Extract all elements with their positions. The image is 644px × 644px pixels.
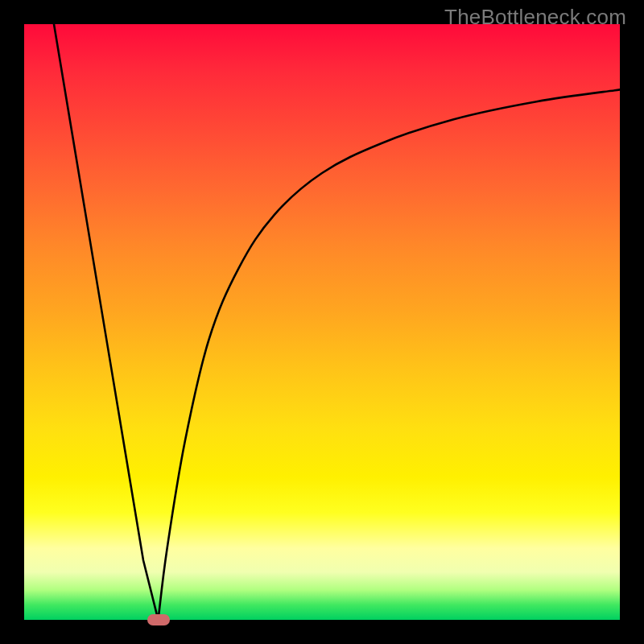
curve-left-branch bbox=[54, 24, 159, 620]
chart-frame: TheBottleneck.com bbox=[0, 0, 644, 644]
vertex-marker bbox=[147, 614, 170, 625]
curve-svg bbox=[24, 24, 620, 620]
curve-right-branch bbox=[159, 89, 621, 620]
plot-area bbox=[24, 24, 620, 620]
